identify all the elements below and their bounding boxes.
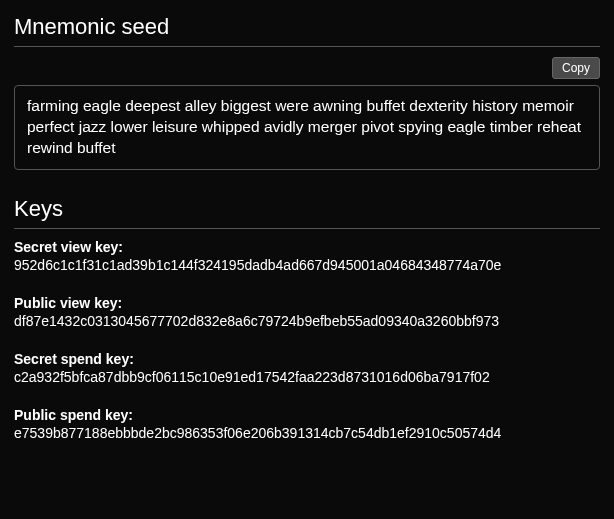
mnemonic-seed-box: farming eagle deepest alley biggest were… — [14, 85, 600, 170]
key-value: df87e1432c0313045677702d832e8a6c79724b9e… — [14, 313, 600, 329]
key-block-public-spend: Public spend key: e7539b877188ebbbde2bc9… — [14, 407, 600, 441]
key-label: Secret spend key: — [14, 351, 600, 367]
key-block-public-view: Public view key: df87e1432c0313045677702… — [14, 295, 600, 329]
key-block-secret-spend: Secret spend key: c2a932f5bfca87dbb9cf06… — [14, 351, 600, 385]
key-label: Public view key: — [14, 295, 600, 311]
key-value: e7539b877188ebbbde2bc986353f06e206b39131… — [14, 425, 600, 441]
divider — [14, 228, 600, 229]
key-value: c2a932f5bfca87dbb9cf06115c10e91ed17542fa… — [14, 369, 600, 385]
mnemonic-section: Mnemonic seed Copy farming eagle deepest… — [14, 14, 600, 170]
copy-button[interactable]: Copy — [552, 57, 600, 79]
keys-section: Keys Secret view key: 952d6c1c1f31c1ad39… — [14, 196, 600, 441]
key-block-secret-view: Secret view key: 952d6c1c1f31c1ad39b1c14… — [14, 239, 600, 273]
mnemonic-title: Mnemonic seed — [14, 14, 600, 40]
keys-title: Keys — [14, 196, 600, 222]
copy-row: Copy — [14, 57, 600, 79]
key-value: 952d6c1c1f31c1ad39b1c144f324195dadb4ad66… — [14, 257, 600, 273]
key-label: Public spend key: — [14, 407, 600, 423]
divider — [14, 46, 600, 47]
key-label: Secret view key: — [14, 239, 600, 255]
